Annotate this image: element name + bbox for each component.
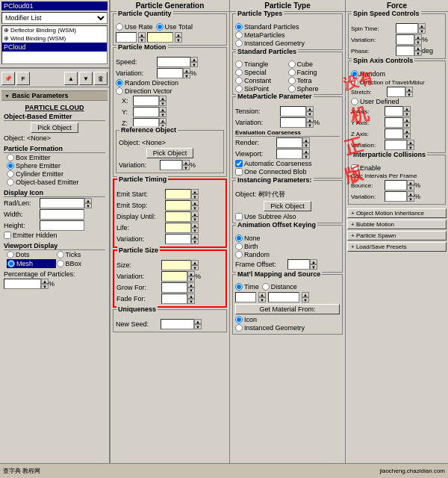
emit-start-input[interactable]: 100 — [165, 189, 191, 199]
total-down[interactable]: ▼ — [175, 37, 182, 43]
spin-random-option[interactable]: Random — [351, 70, 385, 78]
speed-input[interactable]: 9.0mm — [157, 57, 190, 67]
sphere-option[interactable]: Sphere — [288, 85, 340, 93]
objbased-emitter-option[interactable]: Object-based Emitter — [7, 179, 79, 186]
bubble-btn[interactable]: + Bubble Motion — [347, 220, 447, 229]
variation4-input[interactable]: 80.0 — [161, 271, 187, 282]
basic-params-collapse[interactable]: ▼ Basic Parameters — [1, 90, 108, 101]
tension-input[interactable]: 1.0 — [280, 106, 306, 117]
variation3-input[interactable]: 0 — [165, 234, 191, 244]
bbox-option[interactable]: BBox — [57, 259, 106, 268]
particle-spawn-btn[interactable]: + Particle Spawn — [347, 231, 447, 240]
facing-option[interactable]: Facing — [288, 69, 340, 76]
render-input[interactable]: 0.5mm — [276, 137, 302, 148]
emitter-hidden-check[interactable]: Emitter Hidden — [4, 232, 57, 239]
pick-obj-btn2[interactable]: Pick Object — [146, 148, 194, 158]
pick-object-btn[interactable]: Pick Object — [31, 122, 78, 133]
pct-up[interactable]: ▲ — [41, 279, 49, 284]
toolbar-pin[interactable]: 📌 — [1, 72, 15, 85]
total-up[interactable]: ▲ — [175, 32, 182, 37]
time-option[interactable]: Time — [235, 283, 259, 291]
spin-time-input[interactable]: 200 — [396, 23, 418, 34]
z-axis-input[interactable]: 0.0 — [385, 128, 403, 139]
one-blob-check[interactable]: One Connected Blob — [235, 168, 307, 176]
toolbar-up[interactable]: ▲ — [64, 72, 78, 85]
sphere-emitter-option[interactable]: Sphere Emitter — [7, 162, 60, 170]
val100-input[interactable]: 100.0mm — [268, 292, 299, 302]
pct-down[interactable]: ▼ — [41, 284, 49, 289]
cube-option[interactable]: Cube — [288, 60, 340, 68]
y-input[interactable]: 0.0 — [133, 107, 159, 117]
pct-input[interactable]: 100.0 — [4, 279, 41, 289]
rad-len-up[interactable]: ▲ — [84, 198, 92, 203]
load-save-btn[interactable]: + Load/Save Presets — [347, 242, 447, 252]
standard-type-option[interactable]: Standard Particles — [235, 23, 299, 31]
obj-motion-btn[interactable]: + Object Motion Inheritance — [347, 208, 447, 218]
sixpoint-option[interactable]: SixPoint — [235, 85, 287, 93]
box-emitter-option[interactable]: Box Emitter — [7, 154, 51, 161]
x-input[interactable]: 1.0 — [133, 96, 159, 106]
spin-travel-option[interactable]: Direction of Travel/Mblur — [351, 78, 425, 86]
modifier-list-dropdown[interactable]: Modifier List — [1, 12, 108, 24]
rad-len-down[interactable]: ▼ — [84, 203, 92, 208]
icon-mat-option[interactable]: Icon — [235, 316, 257, 323]
dir-vec-option[interactable]: Direction Vector — [116, 87, 172, 95]
display-until-input[interactable]: 200 — [165, 211, 191, 222]
val30-input[interactable]: 30 — [235, 292, 256, 302]
instanced-type-option[interactable]: Instanced Geometry — [235, 40, 305, 47]
anim-random-option[interactable]: Random — [235, 251, 270, 258]
use-total-option[interactable]: Use Total — [156, 23, 193, 31]
spin-stretch-input[interactable]: 0 — [387, 87, 405, 97]
rad-len-spinner[interactable]: ▲ ▼ — [84, 198, 92, 208]
enable-check[interactable]: Enable — [351, 164, 381, 172]
modifier-deflector[interactable]: ⊕ Deflector Binding (WSM) — [2, 26, 107, 34]
frame-offset-input[interactable]: 0 — [287, 259, 310, 270]
toolbar-delete[interactable]: 🗑 — [94, 72, 108, 85]
variation5-input[interactable]: 0.0 — [385, 191, 407, 202]
grow-for-input[interactable]: 0 — [161, 282, 187, 293]
bounce-input[interactable]: 100.0 — [385, 180, 407, 190]
get-material-btn[interactable]: Get Material From: — [235, 304, 340, 314]
spin-variation-input[interactable]: 0.0 — [396, 34, 414, 45]
rate-up[interactable]: ▲ — [138, 32, 146, 37]
mesh-option[interactable]: Mesh — [7, 259, 56, 268]
modifier-wind[interactable]: ⊕ Wind Binding (WSM) — [2, 34, 107, 43]
anim-none-option[interactable]: None — [235, 235, 261, 242]
meta-type-option[interactable]: MetaParticles — [235, 31, 285, 39]
width-input[interactable]: 3301.307 — [40, 209, 84, 220]
use-rate-option[interactable]: Use Rate — [116, 23, 153, 31]
viewport-input[interactable]: 1.0mm — [276, 149, 302, 159]
speed-up[interactable]: ▲ — [190, 57, 198, 62]
spin-variation-input2[interactable]: 0.0deg — [385, 140, 407, 150]
spin-userdef-option[interactable]: User Defined — [351, 98, 399, 105]
height-input[interactable]: 590.476m — [40, 220, 84, 231]
y-axis-input[interactable]: 0.0 — [385, 117, 403, 128]
tetra-option[interactable]: Tetra — [288, 77, 340, 84]
cylinder-emitter-option[interactable]: Cylinder Emitter — [7, 170, 63, 178]
size-input[interactable]: 1.5mm — [161, 260, 191, 270]
random-dir-option[interactable]: Random Direction — [116, 79, 178, 87]
anim-birth-option[interactable]: Birth — [235, 243, 258, 250]
modifier-pcloud[interactable]: PCloud — [2, 43, 107, 52]
triangle-option[interactable]: Triangle — [235, 60, 287, 68]
variation2-input[interactable]: 0.0 — [160, 160, 182, 170]
toolbar-f[interactable]: F — [16, 72, 30, 85]
rate-input[interactable]: 1 — [116, 32, 137, 43]
special-option[interactable]: Special — [235, 69, 287, 76]
meta-variation-input[interactable]: 0.0 — [280, 117, 306, 128]
auto-coarse-check[interactable]: Automatic Coarseness — [235, 160, 312, 167]
use-subtree-check[interactable]: Use Subtree Also — [235, 213, 296, 220]
life-input[interactable]: 120 — [165, 223, 191, 233]
pct-spinner[interactable]: ▲ ▼ — [41, 279, 49, 289]
instancing-pick-btn[interactable]: Pick Object — [264, 201, 311, 211]
instanced-geom-option[interactable]: Instanced Geometry — [235, 324, 305, 332]
rate-down[interactable]: ▼ — [138, 37, 146, 43]
speed-down[interactable]: ▼ — [190, 62, 198, 67]
spin-phase-input[interactable]: 0.0 — [396, 46, 414, 56]
fade-for-input[interactable]: 0 — [161, 294, 187, 304]
new-seed-input[interactable]: 12345 — [161, 319, 194, 329]
toolbar-down[interactable]: ▼ — [79, 72, 93, 85]
distance-option[interactable]: Distance — [262, 283, 297, 291]
total-input[interactable]: 200 — [147, 32, 173, 43]
constant-option[interactable]: Constant — [235, 77, 287, 84]
